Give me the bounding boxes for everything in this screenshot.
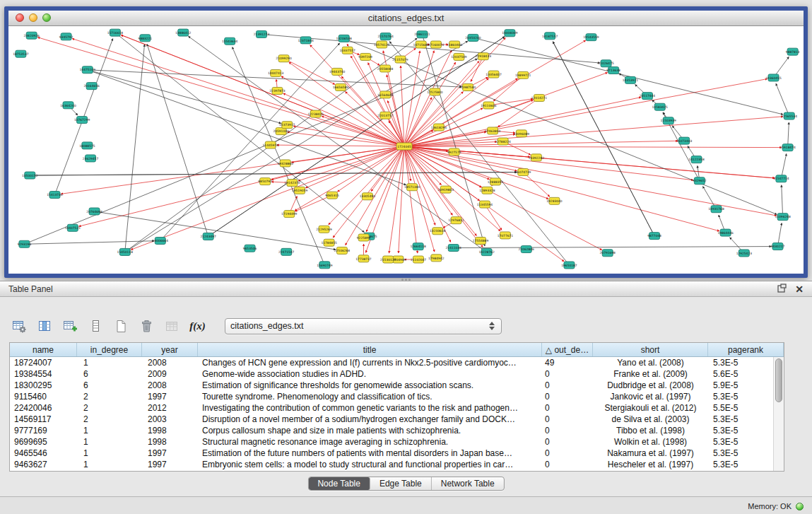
graph-node[interactable]: 12565534: [782, 112, 798, 119]
network-window-titlebar[interactable]: citations_edges.txt: [8, 11, 804, 26]
tab-network-table[interactable]: Network Table: [432, 477, 504, 490]
graph-node[interactable]: 10500152: [22, 172, 38, 179]
graph-node[interactable]: 9887813: [786, 48, 800, 55]
graph-node[interactable]: 21391273: [254, 30, 270, 37]
graph-node[interactable]: 14407521: [65, 224, 81, 231]
graph-node[interactable]: 9713638: [606, 67, 620, 74]
graph-node[interactable]: 17554889: [473, 237, 489, 244]
graph-node[interactable]: 13392282: [529, 154, 545, 161]
graph-node[interactable]: 9465315: [325, 192, 339, 199]
graph-node[interactable]: 9345792: [59, 33, 73, 40]
graph-node[interactable]: 19328864: [277, 160, 293, 167]
graph-node[interactable]: 21062846: [519, 246, 535, 253]
graph-node[interactable]: 20919803: [438, 186, 454, 193]
graph-node[interactable]: 12037509: [451, 53, 467, 60]
graph-node[interactable]: 19360455: [765, 74, 782, 81]
graph-node[interactable]: 19650187: [561, 262, 577, 269]
table-row[interactable]: 946362711997Embryonic stem cells: a mode…: [10, 459, 773, 470]
graph-node[interactable]: 17738737: [355, 255, 372, 262]
graph-node[interactable]: 11445974: [263, 141, 279, 148]
graph-hub-node[interactable]: 1724045: [396, 143, 412, 150]
graph-node[interactable]: 14583425: [652, 103, 669, 110]
graph-node[interactable]: 15413734: [47, 192, 63, 199]
close-panel-icon[interactable]: ✕: [795, 284, 804, 294]
float-panel-icon[interactable]: [777, 283, 787, 296]
import-table-button[interactable]: [163, 317, 182, 336]
graph-node[interactable]: 19142370: [284, 180, 300, 187]
graph-node[interactable]: 10767299: [74, 117, 90, 124]
graph-node[interactable]: 15543634: [222, 37, 238, 45]
column-header-name[interactable]: name: [10, 343, 77, 356]
graph-node[interactable]: 19899721: [515, 71, 531, 78]
table-row[interactable]: 1456911722003Disruption of a novel membe…: [10, 414, 773, 425]
graph-node[interactable]: 13356407: [486, 71, 502, 78]
graph-node[interactable]: 14475109: [80, 66, 96, 74]
graph-node[interactable]: 14187557: [542, 33, 558, 40]
graph-node[interactable]: 17160074: [428, 41, 445, 48]
graph-node[interactable]: 21411034: [446, 245, 462, 252]
graph-node[interactable]: 23820926: [24, 32, 40, 39]
graph-node[interactable]: 23629457: [83, 155, 99, 162]
table-settings-button[interactable]: [10, 317, 29, 336]
graph-node[interactable]: 18571380: [404, 184, 420, 191]
network-window[interactable]: citations_edges.txt 23820926934579215716…: [4, 6, 808, 278]
graph-node[interactable]: 11503939: [661, 117, 677, 124]
graph-node[interactable]: 17077671: [498, 232, 514, 239]
graph-node[interactable]: 11860406: [447, 41, 463, 48]
column-header-pagerank[interactable]: pagerank: [708, 343, 784, 356]
memory-ok-indicator[interactable]: [796, 503, 804, 510]
graph-node[interactable]: 20791698: [600, 250, 616, 257]
graph-node[interactable]: 9877048: [647, 233, 661, 240]
graph-node[interactable]: 20861111: [414, 31, 430, 38]
graph-node[interactable]: 12888352: [488, 178, 504, 185]
graph-node[interactable]: 14447413: [268, 69, 284, 76]
graph-node[interactable]: 11102007: [411, 256, 427, 263]
select-columns-button[interactable]: [35, 317, 54, 336]
graph-node[interactable]: 21099290: [276, 55, 292, 62]
graph-node[interactable]: 14008309: [502, 30, 518, 37]
graph-node[interactable]: 19864446: [717, 229, 734, 236]
graph-node[interactable]: 14122358: [688, 156, 705, 163]
graph-node[interactable]: 10337557: [339, 47, 355, 54]
graph-node[interactable]: 22506268: [334, 247, 351, 254]
graph-node[interactable]: 13096089: [514, 130, 530, 137]
graph-node[interactable]: 18753537: [13, 50, 29, 57]
table-row[interactable]: 911546021997Tourette syndrome. Phenomeno…: [10, 391, 773, 402]
table-selector-combobox[interactable]: citations_edges.txt: [225, 318, 502, 334]
graph-node[interactable]: 9653506: [243, 245, 257, 252]
graph-node[interactable]: 15073403: [676, 137, 693, 144]
graph-node[interactable]: 19283040: [546, 197, 563, 204]
close-window-button[interactable]: [16, 13, 24, 22]
tab-edge-table[interactable]: Edge Table: [370, 477, 432, 490]
graph-node[interactable]: 13618294: [431, 124, 447, 131]
graph-node[interactable]: 9850792: [258, 178, 272, 185]
table-row[interactable]: 1830029562008Estimation of significance …: [10, 380, 773, 391]
graph-node[interactable]: 19110606: [481, 102, 497, 109]
rows-button[interactable]: [86, 317, 105, 336]
network-canvas[interactable]: 2382092693457921571661898832211388641215…: [8, 26, 804, 274]
column-header-out_degree[interactable]: △ out_de…: [542, 343, 593, 356]
graph-node[interactable]: 9430217: [771, 243, 785, 250]
graph-node[interactable]: 20350200: [465, 34, 481, 41]
delete-button[interactable]: [137, 317, 156, 336]
graph-node[interactable]: 19543559: [583, 34, 599, 41]
graph-node[interactable]: 16656589: [333, 83, 349, 90]
scrollbar-thumb[interactable]: [775, 358, 782, 402]
zoom-window-button[interactable]: [42, 13, 51, 22]
graph-node[interactable]: 18088575: [79, 142, 95, 149]
graph-node[interactable]: 12925423: [736, 250, 753, 257]
graph-node[interactable]: 15373917: [279, 122, 295, 129]
graph-node[interactable]: 14715688: [413, 41, 430, 48]
graph-node[interactable]: 12525840: [427, 88, 443, 95]
new-file-button[interactable]: [112, 317, 131, 336]
graph-node[interactable]: 14228762: [478, 249, 495, 256]
graph-node[interactable]: 11345594: [477, 201, 493, 208]
graph-node[interactable]: 21026475: [598, 60, 614, 67]
graph-node[interactable]: 20517444: [640, 93, 656, 100]
graph-node[interactable]: 11547714: [773, 175, 789, 182]
vertical-scrollbar[interactable]: [773, 357, 784, 471]
graph-node[interactable]: 22918433: [476, 53, 492, 60]
graph-node[interactable]: 22471547: [278, 248, 295, 255]
table-row[interactable]: 1938455462009Genome-wide association stu…: [10, 368, 773, 380]
graph-node[interactable]: 12238425: [308, 110, 324, 117]
